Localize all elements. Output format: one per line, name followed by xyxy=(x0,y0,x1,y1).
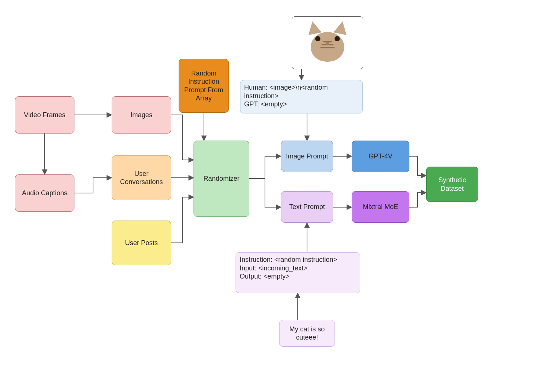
edge-userposts-to-rand xyxy=(171,197,194,243)
label: Mixtral MoE xyxy=(363,203,398,211)
node-text-prompt-template: Instruction: <random instruction> Input:… xyxy=(236,252,360,293)
label: GPT-4V xyxy=(368,152,392,161)
label: Images xyxy=(130,111,152,119)
node-random-instruction: Random Instruction Prompt From Array xyxy=(179,59,229,113)
edge-rand-to-txtprompt xyxy=(249,179,281,207)
label: Audio Captions xyxy=(22,189,67,197)
edge-mix-to-dataset xyxy=(409,193,426,207)
label: Synthetic Dataset xyxy=(430,176,474,193)
label: User Posts xyxy=(125,239,158,247)
label: Video Frames xyxy=(24,111,65,119)
node-cat-image xyxy=(292,16,363,69)
label: My cat is so cuteee! xyxy=(283,325,331,342)
node-example-text: My cat is so cuteee! xyxy=(279,320,335,347)
label: Random Instruction Prompt From Array xyxy=(183,69,225,103)
node-image-prompt: Image Prompt xyxy=(281,141,333,172)
label: Randomizer xyxy=(203,174,239,183)
label: Text Prompt xyxy=(289,203,325,211)
node-synthetic-dataset: Synthetic Dataset xyxy=(426,167,478,202)
edge-gpt4v-to-dataset xyxy=(409,156,426,176)
edge-audio-to-userconv xyxy=(74,178,112,193)
node-video-frames: Video Frames xyxy=(15,96,74,134)
node-randomizer: Randomizer xyxy=(194,141,249,217)
label: Human: <image>\n<random instruction> GPT… xyxy=(244,83,359,109)
label: Instruction: <random instruction> Input:… xyxy=(240,256,337,281)
label: User Conversations xyxy=(116,170,167,186)
node-mixtral: Mixtral MoE xyxy=(352,191,409,223)
edge-rand-to-imgprompt xyxy=(249,156,281,179)
edge-images-to-rand xyxy=(171,115,194,160)
node-text-prompt: Text Prompt xyxy=(281,191,333,223)
diagram-canvas: Video Frames Audio Captions Images User … xyxy=(0,0,556,392)
node-user-posts: User Posts xyxy=(112,221,171,265)
node-images: Images xyxy=(112,96,171,134)
label: Image Prompt xyxy=(286,152,328,161)
node-audio-captions: Audio Captions xyxy=(15,174,74,212)
node-user-conversations: User Conversations xyxy=(112,155,171,200)
node-image-prompt-template: Human: <image>\n<random instruction> GPT… xyxy=(240,80,363,113)
node-gpt4v: GPT-4V xyxy=(352,141,409,172)
